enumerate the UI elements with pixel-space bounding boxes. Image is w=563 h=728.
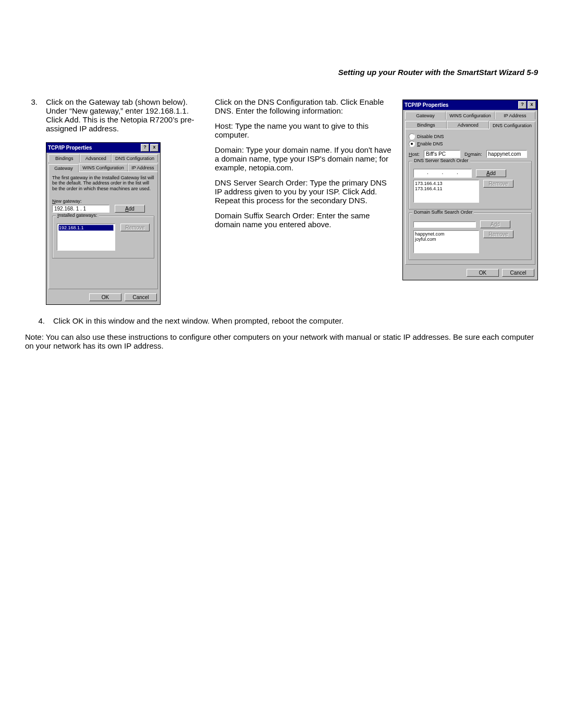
tab-gateway[interactable]: Gateway (48, 164, 79, 172)
tab-dns-configuration[interactable]: DNS Configuration (489, 121, 535, 129)
tab-bindings[interactable]: Bindings (48, 154, 80, 162)
help-icon[interactable]: ? (141, 144, 149, 152)
dlg1-title: TCP/IP Properties (48, 145, 92, 151)
dns-order-label: DNS Server Search Order (412, 158, 470, 163)
domain-input[interactable]: happynet.com (486, 150, 527, 158)
ok-button[interactable]: OK (89, 293, 121, 301)
tcpip-dns-dialog: TCP/IP Properties ? x Gateway WINS Confi… (402, 100, 538, 280)
cancel-button[interactable]: Cancel (125, 293, 157, 301)
dns-ip-input[interactable]: ... (413, 169, 472, 178)
suffix-add-button[interactable]: Add (480, 220, 510, 228)
suffix-input[interactable] (413, 221, 476, 228)
dns-remove-button[interactable]: Remove (483, 180, 513, 188)
dns-add-button[interactable]: Add (476, 169, 506, 177)
cancel-button[interactable]: Cancel (502, 269, 534, 277)
enable-dns-radio[interactable]: Enable DNS (409, 141, 532, 147)
suffix-remove-button[interactable]: Remove (483, 230, 513, 238)
step3-number: 3. (25, 97, 38, 106)
disable-dns-radio[interactable]: Disable DNS (409, 133, 532, 140)
close-icon[interactable]: x (528, 101, 536, 109)
tab-bindings[interactable]: Bindings (405, 121, 447, 129)
new-gateway-label: New gateway: (52, 199, 154, 204)
gateway-help-text: The first gateway in the Installed Gatew… (52, 175, 154, 191)
ok-button[interactable]: OK (467, 269, 499, 277)
disable-dns-label: Disable DNS (417, 134, 444, 139)
dns-server-list[interactable]: 173.166.4.13 173.166.4.11 (413, 180, 479, 203)
step4-text: Click OK in this window and the next win… (53, 316, 344, 325)
host-input[interactable]: Biff's PC (424, 150, 460, 158)
help-icon[interactable]: ? (518, 101, 527, 109)
suffix-list[interactable]: happynet.com joyful.com (413, 230, 479, 253)
tab-gateway[interactable]: Gateway (405, 112, 446, 119)
domain-label: Domain: (464, 152, 482, 157)
remove-button[interactable]: Remove (120, 224, 150, 231)
close-icon[interactable]: x (150, 144, 158, 152)
tab-advanced[interactable]: Advanced (447, 121, 488, 129)
tab-advanced[interactable]: Advanced (80, 154, 111, 162)
page-header: Setting up your Router with the SmartSta… (25, 68, 538, 77)
add-button[interactable]: Add (115, 205, 145, 213)
host-label: Host: (409, 152, 420, 157)
tab-wins[interactable]: WINS Configuration (446, 112, 495, 119)
suffix-order-label: Domain Suffix Search Order (412, 209, 474, 215)
dlg2-title: TCP/IP Properties (405, 102, 448, 108)
step4-number: 4. (25, 316, 45, 325)
note-text: Note: You can also use these instruction… (25, 332, 538, 350)
tcpip-gateway-dialog: TCP/IP Properties ? x Bindings Advanced … (46, 142, 161, 305)
new-gateway-input[interactable]: 192.168. 1 . 1 (52, 205, 109, 213)
tab-ipaddress[interactable]: IP Address (495, 112, 535, 119)
step3-text: Click on the Gateway tab (shown below). … (46, 97, 202, 133)
tab-ipaddress[interactable]: IP Address (128, 164, 158, 171)
installed-gateways-list[interactable]: 192.168.1.1 (57, 224, 115, 251)
installed-gateways-label: Installed gateways: (56, 213, 99, 218)
tab-dns-configuration[interactable]: DNS Configuration (112, 154, 158, 162)
enable-dns-label: Enable DNS (417, 141, 443, 146)
tab-wins[interactable]: WINS Configuration (79, 164, 128, 171)
